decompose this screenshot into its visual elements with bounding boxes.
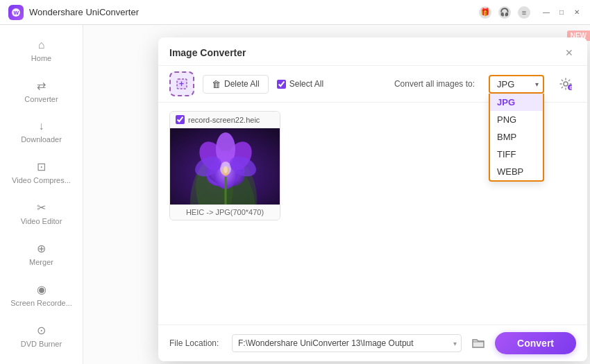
browse-folder-button[interactable]: [469, 333, 488, 353]
select-all-checkbox[interactable]: [277, 80, 286, 89]
svg-text:⚙: ⚙: [569, 85, 573, 90]
sidebar-item-label: Video Editor: [21, 217, 62, 225]
modal-footer: File Location: F:\Wondershare UniConvert…: [158, 324, 587, 361]
sidebar-item-label: Screen Recorde...: [10, 299, 72, 307]
close-button[interactable]: ✕: [572, 8, 582, 17]
dvd-burner-icon: ⊙: [37, 324, 46, 337]
sidebar-item-downloader[interactable]: ↓ Downloader: [4, 113, 78, 150]
format-option-webp[interactable]: WEBP: [490, 163, 543, 180]
format-option-bmp[interactable]: BMP: [490, 128, 543, 146]
app-window: W Wondershare UniConverter 🎁 🎧 ≡ — □ ✕ ⌂…: [0, 0, 590, 364]
file-path-arrow-icon: ▾: [449, 340, 461, 347]
image-card-header: record-screen22.heic: [170, 112, 280, 128]
image-card-filename: record-screen22.heic: [188, 116, 274, 124]
image-converter-modal: Image Converter ✕ + 🗑 Delete All: [158, 37, 587, 361]
sidebar-item-label: DVD Burner: [21, 340, 62, 348]
title-bar-action-icons: 🎁 🎧 ≡: [479, 6, 530, 19]
sidebar-item-video-compressor[interactable]: ⊡ Video Compres...: [4, 153, 78, 191]
format-dropdown-display[interactable]: JPG: [489, 75, 544, 94]
svg-point-4: [564, 82, 568, 86]
headphones-icon[interactable]: 🎧: [498, 6, 511, 19]
sidebar: ⌂ Home ⇄ Converter ↓ Downloader ⊡ Video …: [0, 25, 83, 364]
file-path-wrapper: F:\Wondershare UniConverter 13\Image Out…: [232, 334, 462, 352]
title-bar: W Wondershare UniConverter 🎁 🎧 ≡ — □ ✕: [0, 0, 590, 25]
modal-title: Image Converter: [169, 47, 562, 58]
sidebar-item-home[interactable]: ⌂ Home: [4, 32, 78, 69]
format-options-list: JPG PNG BMP TIFF WEBP: [489, 94, 544, 182]
convert-button[interactable]: Convert: [495, 332, 576, 354]
maximize-button[interactable]: □: [557, 8, 566, 17]
window-controls: — □ ✕: [541, 8, 582, 17]
file-path-select[interactable]: F:\Wondershare UniConverter 13\Image Out…: [233, 335, 449, 352]
delete-all-button[interactable]: 🗑 Delete All: [203, 75, 269, 94]
sidebar-item-merger[interactable]: ⊕ Merger: [4, 235, 78, 273]
format-option-jpg[interactable]: JPG: [490, 94, 543, 111]
app-body: ⌂ Home ⇄ Converter ↓ Downloader ⊡ Video …: [0, 25, 590, 364]
app-logo: W: [8, 5, 24, 20]
app-title: Wondershare UniConverter: [29, 7, 479, 17]
sidebar-item-label: Video Compres...: [12, 176, 71, 184]
delete-all-label: Delete All: [224, 79, 260, 89]
image-settings-button[interactable]: ⚙: [555, 73, 576, 94]
menu-icon[interactable]: ≡: [518, 6, 530, 19]
converter-icon: ⇄: [37, 79, 46, 92]
format-dropdown-wrapper: JPG ▾ JPG PNG BMP TIFF WEBP: [489, 75, 544, 94]
downloader-icon: ↓: [39, 120, 44, 132]
svg-text:+: +: [179, 79, 184, 89]
sidebar-item-label: Converter: [24, 95, 58, 103]
trash-icon: 🗑: [212, 79, 221, 89]
sidebar-item-label: Home: [31, 54, 51, 62]
video-compressor-icon: ⊡: [37, 160, 46, 173]
image-card: record-screen22.heic: [169, 111, 280, 220]
format-option-png[interactable]: PNG: [490, 111, 543, 128]
screen-recorder-icon: ◉: [37, 283, 47, 296]
image-card-conversion: HEIC -> JPG(700*470): [170, 205, 280, 220]
home-icon: ⌂: [38, 39, 45, 51]
image-thumbnail: [170, 128, 280, 205]
select-all-label[interactable]: Select All: [277, 79, 323, 89]
sidebar-item-converter[interactable]: ⇄ Converter: [4, 72, 78, 110]
modal-close-button[interactable]: ✕: [562, 46, 576, 60]
sidebar-item-screen-recorder[interactable]: ◉ Screen Recorde...: [4, 276, 78, 314]
svg-text:W: W: [14, 10, 19, 16]
sidebar-item-video-editor[interactable]: ✂ Video Editor: [4, 194, 78, 232]
sidebar-item-label: Downloader: [21, 135, 62, 144]
merger-icon: ⊕: [37, 242, 46, 255]
modal-toolbar: + 🗑 Delete All Select All Convert all im…: [158, 66, 587, 103]
add-image-button[interactable]: +: [169, 71, 194, 96]
sidebar-item-label: Merger: [29, 258, 53, 266]
modal-header: Image Converter ✕: [158, 37, 587, 66]
sidebar-item-dvd-burner[interactable]: ⊙ DVD Burner: [4, 317, 78, 355]
file-location-label: File Location:: [169, 338, 225, 348]
sidebar-item-player[interactable]: ▷ Player: [4, 358, 78, 364]
minimize-button[interactable]: —: [541, 8, 551, 17]
gift-icon[interactable]: 🎁: [479, 6, 491, 19]
main-content: NEW Image Converter ✕ +: [83, 25, 590, 364]
video-editor-icon: ✂: [37, 201, 46, 214]
image-card-checkbox[interactable]: [176, 115, 185, 124]
svg-point-22: [224, 166, 228, 173]
select-all-text: Select All: [289, 79, 323, 89]
convert-all-label: Convert all images to:: [394, 79, 475, 89]
format-option-tiff[interactable]: TIFF: [490, 146, 543, 163]
